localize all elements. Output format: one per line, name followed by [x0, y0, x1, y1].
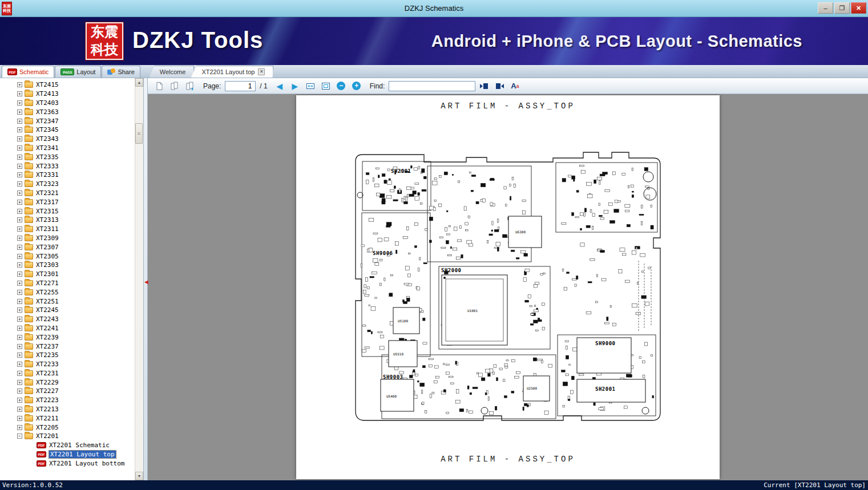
tree-folder-xt2345[interactable]: +XT2345	[0, 125, 135, 135]
expand-icon[interactable]: +	[17, 262, 22, 268]
find-previous-icon[interactable]	[477, 79, 491, 92]
expand-icon[interactable]: +	[17, 82, 22, 87]
expand-icon[interactable]: +	[17, 307, 22, 313]
collapse-icon[interactable]: −	[17, 434, 22, 439]
tab-schematic[interactable]: PDF Schematic	[2, 66, 54, 78]
expand-icon[interactable]: +	[17, 299, 22, 304]
tree-folder-xt2251[interactable]: +XT2251	[0, 297, 135, 306]
tree-folder-xt2413[interactable]: +XT2413	[0, 90, 135, 99]
expand-icon[interactable]: +	[17, 155, 22, 160]
single-page-icon[interactable]	[152, 79, 166, 92]
tree-folder-xt2363[interactable]: +XT2363	[0, 107, 135, 116]
expand-icon[interactable]: +	[17, 254, 22, 259]
expand-icon[interactable]: +	[17, 371, 22, 376]
tree-folder-xt2303[interactable]: +XT2303	[0, 261, 135, 270]
tree-folder-xt2271[interactable]: +XT2271	[0, 279, 135, 288]
expand-icon[interactable]: +	[17, 136, 22, 141]
page-number-input[interactable]	[225, 81, 256, 91]
tree-folder-xt2317[interactable]: +XT2317	[0, 197, 135, 206]
tree-folder-xt2231[interactable]: +XT2231	[0, 369, 135, 378]
document-viewer[interactable]: ART FILM - ASSY_TOP ART FILM - ASSY_TOP	[148, 94, 868, 480]
scroll-down-icon[interactable]: ▼	[135, 472, 143, 480]
tree-folder-xt2311[interactable]: +XT2311	[0, 225, 135, 234]
tree-folder-xt2331[interactable]: +XT2331	[0, 171, 135, 180]
tree-folder-xt2223[interactable]: +XT2223	[0, 396, 135, 405]
expand-icon[interactable]: +	[17, 236, 22, 241]
tree-folder-xt2307[interactable]: +XT2307	[0, 242, 135, 252]
tab-close-icon[interactable]: ✕	[258, 68, 265, 75]
zoom-in-icon[interactable]: +	[350, 79, 364, 92]
facing-pages-icon[interactable]	[168, 79, 181, 92]
tree-doc-xt2201-layout-bottom[interactable]: PDFXT2201 Layout bottom	[0, 459, 135, 468]
tree-folder-xt2211[interactable]: +XT2211	[0, 414, 135, 423]
find-next-icon[interactable]	[492, 79, 506, 92]
expand-icon[interactable]: +	[17, 362, 22, 367]
tree-folder-xt2239[interactable]: +XT2239	[0, 333, 135, 342]
expand-icon[interactable]: +	[17, 100, 22, 106]
tree-folder-xt2229[interactable]: +XT2229	[0, 378, 135, 387]
scrollbar-track[interactable]: ≡	[135, 87, 143, 472]
expand-icon[interactable]: +	[17, 398, 22, 403]
expand-icon[interactable]: +	[17, 416, 22, 421]
tree-doc-xt2201-layout-top[interactable]: PDFXT2201 Layout top	[0, 450, 135, 459]
sidebar-scrollbar[interactable]: ▲ ≡ ▼	[135, 78, 143, 480]
minimize-button[interactable]: –	[818, 2, 833, 14]
tree-folder-xt2213[interactable]: +XT2213	[0, 405, 135, 414]
expand-icon[interactable]: +	[17, 272, 22, 277]
tree-folder-xt2205[interactable]: +XT2205	[0, 423, 135, 432]
find-input[interactable]	[389, 81, 475, 91]
expand-icon[interactable]: +	[17, 317, 22, 322]
tree-folder-xt2305[interactable]: +XT2305	[0, 252, 135, 261]
expand-icon[interactable]: +	[17, 172, 22, 177]
expand-icon[interactable]: +	[17, 164, 22, 169]
scrollbar-thumb[interactable]: ≡	[135, 123, 143, 144]
expand-icon[interactable]: +	[17, 245, 22, 250]
tree-folder-xt2237[interactable]: +XT2237	[0, 342, 135, 351]
doc-tab-xt2201-layout-top[interactable]: XT2201 Layout top ✕	[191, 66, 273, 78]
expand-icon[interactable]: +	[17, 209, 22, 214]
tree-folder-xt2341[interactable]: +XT2341	[0, 144, 135, 153]
expand-icon[interactable]: +	[17, 425, 22, 430]
tree-folder-xt2255[interactable]: +XT2255	[0, 287, 135, 297]
expand-icon[interactable]: +	[17, 200, 22, 205]
tab-share[interactable]: Share	[102, 66, 140, 78]
expand-icon[interactable]: +	[17, 91, 22, 96]
expand-icon[interactable]: +	[17, 127, 22, 132]
tree-folder-xt2347[interactable]: +XT2347	[0, 116, 135, 125]
expand-icon[interactable]: +	[17, 217, 22, 222]
close-button[interactable]: ✕	[851, 2, 866, 14]
scroll-up-icon[interactable]: ▲	[135, 78, 143, 87]
expand-icon[interactable]: +	[17, 181, 22, 187]
expand-icon[interactable]: +	[17, 380, 22, 385]
tree-folder-xt2403[interactable]: +XT2403	[0, 99, 135, 108]
expand-icon[interactable]: +	[17, 191, 22, 196]
tab-layout[interactable]: PADS Layout	[55, 66, 101, 78]
tree-folder-xt2343[interactable]: +XT2343	[0, 135, 135, 144]
continuous-pages-icon[interactable]	[183, 79, 197, 92]
tree-folder-xt2309[interactable]: +XT2309	[0, 234, 135, 243]
expand-icon[interactable]: +	[17, 335, 22, 340]
tree-folder-xt2301[interactable]: +XT2301	[0, 270, 135, 279]
expand-icon[interactable]: +	[17, 344, 22, 349]
expand-icon[interactable]: +	[17, 388, 22, 394]
expand-icon[interactable]: +	[17, 281, 22, 286]
splitter-collapse-icon[interactable]: ◄	[143, 279, 150, 285]
tree-folder-xt2321[interactable]: +XT2321	[0, 189, 135, 198]
expand-icon[interactable]: +	[17, 110, 22, 115]
expand-icon[interactable]: +	[17, 226, 22, 232]
tree-folder-xt2227[interactable]: +XT2227	[0, 387, 135, 396]
tree-folder-xt2235[interactable]: +XT2235	[0, 351, 135, 360]
next-page-icon[interactable]: ▶	[288, 79, 302, 92]
expand-icon[interactable]: +	[17, 407, 22, 412]
maximize-button[interactable]: ❐	[834, 2, 850, 14]
tree-doc-xt2201-schematic[interactable]: PDFXT2201 Schematic	[0, 441, 135, 450]
tree-folder-xt2415[interactable]: +XT2415	[0, 80, 135, 90]
expand-icon[interactable]: +	[17, 326, 22, 331]
expand-icon[interactable]: +	[17, 119, 22, 124]
tree-folder-xt2245[interactable]: +XT2245	[0, 306, 135, 315]
tree-folder-xt2313[interactable]: +XT2313	[0, 216, 135, 225]
match-case-icon[interactable]: Aa	[508, 79, 522, 92]
tree-folder-xt2243[interactable]: +XT2243	[0, 315, 135, 324]
tree-folder-xt2315[interactable]: +XT2315	[0, 206, 135, 216]
tree-folder-xt2233[interactable]: +XT2233	[0, 360, 135, 369]
